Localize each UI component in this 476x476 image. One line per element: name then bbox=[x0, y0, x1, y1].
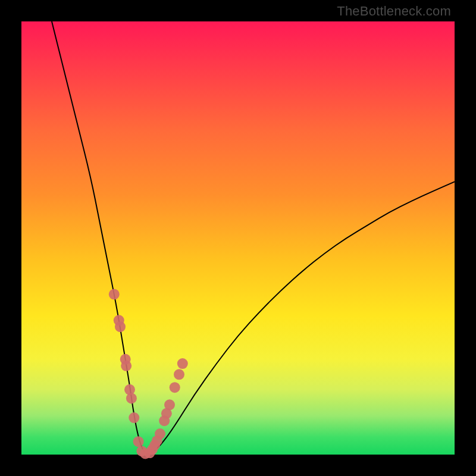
data-dot bbox=[170, 382, 180, 393]
data-dot bbox=[155, 428, 165, 439]
chart-svg bbox=[21, 21, 455, 455]
data-dot bbox=[126, 393, 137, 403]
data-dot bbox=[129, 412, 139, 423]
data-dot bbox=[174, 369, 184, 380]
watermark-text: TheBottleneck.com bbox=[337, 4, 451, 19]
data-dot bbox=[133, 436, 144, 447]
data-dot bbox=[115, 321, 126, 332]
bottleneck-curve bbox=[52, 21, 455, 454]
data-dot bbox=[121, 361, 131, 371]
data-dot bbox=[177, 358, 188, 369]
plot-area bbox=[21, 21, 455, 455]
data-dot bbox=[164, 399, 175, 410]
chart-frame: TheBottleneck.com bbox=[0, 0, 476, 476]
data-dot bbox=[109, 289, 120, 300]
dot-group bbox=[109, 289, 188, 459]
